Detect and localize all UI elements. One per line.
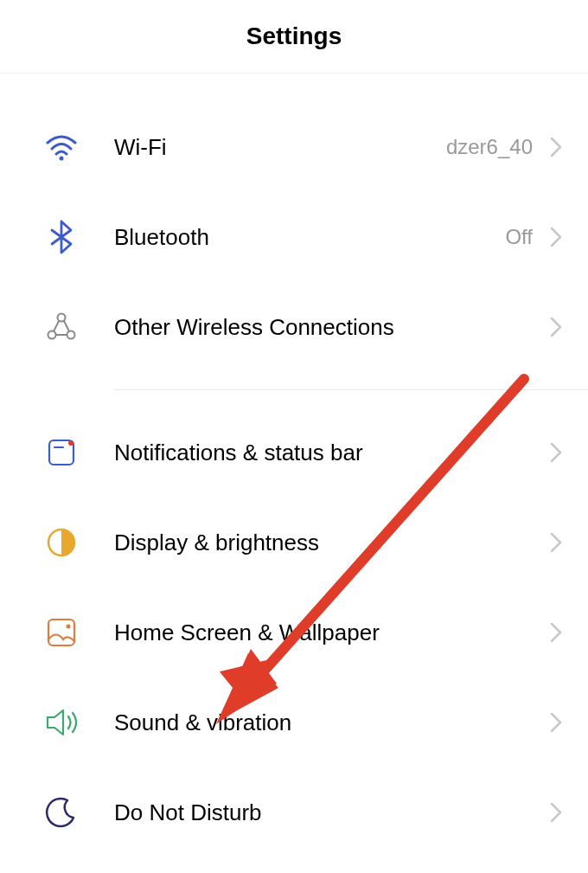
settings-item-label: Home Screen & Wallpaper (114, 619, 548, 646)
chevron-right-icon (548, 620, 564, 645)
settings-item-label: Other Wireless Connections (114, 314, 548, 341)
settings-item-wifi[interactable]: Wi-Fi dzer6_40 (0, 102, 588, 192)
home-screen-icon (43, 614, 80, 651)
notifications-icon (43, 434, 80, 471)
display-icon (43, 524, 80, 561)
settings-item-home-screen[interactable]: Home Screen & Wallpaper (0, 587, 588, 677)
settings-item-sound[interactable]: Sound & vibration (0, 677, 588, 767)
svg-point-9 (68, 440, 74, 446)
chevron-right-icon (548, 530, 564, 555)
svg-point-0 (60, 157, 64, 161)
settings-item-notifications[interactable]: Notifications & status bar (0, 408, 588, 497)
svg-point-1 (58, 314, 66, 322)
chevron-right-icon (548, 135, 564, 159)
settings-item-label: Sound & vibration (114, 709, 548, 736)
wireless-connections-icon (43, 309, 80, 345)
svg-line-5 (64, 321, 69, 331)
svg-rect-11 (48, 619, 74, 645)
settings-item-bluetooth[interactable]: Bluetooth Off (0, 192, 588, 282)
settings-item-label: Display & brightness (114, 530, 548, 556)
chevron-right-icon (548, 710, 564, 735)
chevron-right-icon (548, 440, 564, 465)
svg-line-4 (54, 321, 59, 331)
settings-item-label: Notifications & status bar (114, 440, 548, 466)
settings-item-label: Bluetooth (114, 224, 505, 251)
chevron-right-icon (548, 315, 564, 339)
settings-item-other-wireless[interactable]: Other Wireless Connections (0, 282, 588, 372)
page-title: Settings (246, 22, 342, 50)
settings-item-value: dzer6_40 (446, 135, 533, 159)
settings-item-display[interactable]: Display & brightness (0, 497, 588, 587)
group-divider (114, 389, 588, 390)
settings-content: Wi-Fi dzer6_40 Bluetooth Off (0, 74, 588, 857)
dnd-icon (43, 794, 80, 831)
settings-item-do-not-disturb[interactable]: Do Not Disturb (0, 767, 588, 857)
settings-item-label: Wi-Fi (114, 134, 446, 161)
settings-item-label: Do Not Disturb (114, 799, 548, 826)
wifi-icon (43, 129, 80, 165)
svg-point-12 (67, 625, 71, 629)
sound-icon (43, 704, 80, 741)
settings-item-value: Off (505, 225, 533, 249)
svg-point-3 (67, 331, 75, 339)
svg-point-2 (48, 331, 56, 339)
header: Settings (0, 0, 588, 74)
bluetooth-icon (43, 219, 80, 255)
chevron-right-icon (548, 225, 564, 249)
chevron-right-icon (548, 800, 564, 825)
